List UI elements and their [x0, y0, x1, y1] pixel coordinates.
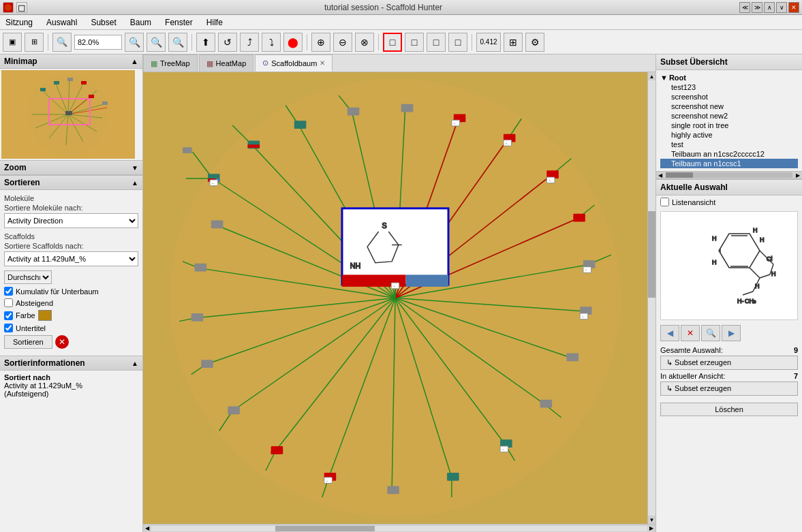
sortierinfo-collapse-icon[interactable]: ▲: [132, 360, 138, 367]
tab-heatmap[interactable]: ▦ HeatMap: [199, 54, 254, 72]
nav-delete-btn[interactable]: ✕: [681, 325, 700, 341]
scroll-up-btn[interactable]: ▲: [648, 72, 656, 80]
svg-rect-17: [40, 88, 46, 91]
scaffolds-label: Scaffolds: [4, 232, 138, 240]
tab-scaffoldbaum[interactable]: ⊙ Scaffoldbaum ✕: [255, 54, 333, 72]
sortieren-header[interactable]: Sortieren ▲: [0, 175, 142, 190]
subset-item-single-root[interactable]: single root in tree: [660, 121, 798, 130]
svg-rect-83: [567, 353, 579, 361]
zoom-fit-btn[interactable]: 🔍: [52, 33, 72, 52]
zoom-out-btn[interactable]: 🔍: [125, 33, 144, 52]
nav-zoom-btn[interactable]: 🔍: [701, 325, 720, 341]
svg-rect-18: [54, 81, 59, 84]
tool-rect4[interactable]: □: [448, 33, 467, 52]
tool-6[interactable]: ⊕: [311, 33, 330, 52]
scroll-up[interactable]: ∧: [764, 2, 775, 13]
nav-fwd[interactable]: ≫: [752, 2, 762, 13]
menu-baum[interactable]: Baum: [127, 16, 154, 29]
grid-btn[interactable]: ⊞: [504, 33, 523, 52]
sortierinfo-header[interactable]: Sortierinformationen ▲: [0, 356, 142, 371]
scroll-right-btn[interactable]: ▶: [647, 525, 656, 532]
tool-3[interactable]: ⤴: [240, 33, 259, 52]
svg-rect-102: [452, 120, 460, 126]
zoom-in-btn[interactable]: 🔍: [146, 33, 166, 52]
subset-item-teilbaum2[interactable]: Teilbaum an n1ccsc1: [660, 159, 798, 168]
view-grid-btn[interactable]: ⊞: [25, 33, 44, 52]
horizontal-scrollbar[interactable]: ◀ ▶: [143, 524, 656, 532]
svg-rect-19: [67, 78, 73, 81]
subset-item-teilbaum1[interactable]: Teilbaum an n1csc2ccccc12: [660, 149, 798, 159]
avg-select[interactable]: Durchschnitt: [4, 270, 52, 284]
sortieren-collapse-icon[interactable]: ▲: [132, 179, 138, 187]
subset-item-screenshot-new[interactable]: screenshot new: [660, 101, 798, 111]
kumulativ-checkbox[interactable]: [4, 287, 13, 296]
scroll-track[interactable]: [648, 80, 656, 516]
tool-8[interactable]: ⊗: [355, 33, 374, 52]
tabs-bar: ▦ TreeMap ▦ HeatMap ⊙ Scaffoldbaum ✕: [143, 54, 656, 72]
tool-7[interactable]: ⊖: [333, 33, 352, 52]
menu-subset[interactable]: Subset: [88, 16, 119, 29]
untertitel-checkbox[interactable]: [4, 324, 13, 332]
nav-next-btn[interactable]: ▶: [722, 325, 741, 341]
tool-2[interactable]: ↺: [218, 33, 237, 52]
menu-auswahl[interactable]: Auswahl: [44, 16, 80, 29]
loeschen-button[interactable]: Löschen: [660, 403, 798, 416]
zoom-collapse-icon[interactable]: ▼: [132, 164, 138, 172]
cancel-sortieren-button[interactable]: ✕: [55, 335, 69, 349]
sortieren-button[interactable]: Sortieren: [4, 335, 52, 349]
scaffold-sort-select[interactable]: Activity at 11.429uM_%: [4, 251, 138, 266]
subset-item-screenshot[interactable]: screenshot: [660, 92, 798, 101]
menu-hilfe[interactable]: Hilfe: [204, 16, 226, 29]
h-scroll-thumb[interactable]: [275, 526, 375, 531]
subset-item-test123[interactable]: test123: [660, 82, 798, 92]
zoom-header[interactable]: Zoom ▼: [0, 160, 142, 175]
molecule-sort-select[interactable]: Activity Direction: [4, 213, 138, 228]
tool-rect3[interactable]: □: [427, 33, 446, 52]
svg-rect-74: [294, 121, 307, 129]
view-single-btn[interactable]: ▣: [3, 33, 22, 52]
subset-erzeugen-btn-1[interactable]: ↳ Subset erzeugen: [660, 356, 798, 370]
farbe-checkbox[interactable]: [4, 311, 13, 320]
menu-sitzung[interactable]: Sitzung: [3, 16, 35, 29]
zoom-reset-btn[interactable]: 🔍: [168, 33, 187, 52]
tool-rect2[interactable]: □: [405, 33, 424, 52]
tool-1[interactable]: ⬆: [196, 33, 215, 52]
listenansicht-checkbox[interactable]: [660, 198, 669, 206]
absteigend-checkbox[interactable]: [4, 298, 13, 307]
subset-scroll-thumb[interactable]: [666, 172, 693, 178]
subset-scroll-left[interactable]: ◀: [656, 172, 664, 178]
svg-rect-87: [387, 486, 399, 494]
minimap-collapse-icon[interactable]: ▲: [131, 57, 138, 65]
scale-btn[interactable]: 0.412: [476, 33, 501, 52]
subset-item-highly-active[interactable]: highly active: [660, 130, 798, 140]
zoom-input[interactable]: 82.0%: [74, 35, 122, 50]
nav-back[interactable]: ≪: [739, 2, 750, 13]
subset-item-test[interactable]: test: [660, 140, 798, 149]
subset-scroll-right[interactable]: ▶: [794, 172, 802, 178]
svg-text:Cl: Cl: [767, 255, 773, 262]
scroll-down[interactable]: ∨: [776, 2, 787, 13]
nav-prev-btn[interactable]: ◀: [660, 325, 679, 341]
scroll-down-btn[interactable]: ▼: [648, 516, 656, 524]
scaffold-canvas[interactable]: - - - - - - - - S NH: [143, 72, 647, 524]
tool-5[interactable]: ⬤: [283, 33, 303, 52]
close-btn[interactable]: ✕: [788, 2, 799, 13]
subset-item-screenshot-new2[interactable]: screenshot new2: [660, 111, 798, 121]
subset-erzeugen-btn-2[interactable]: ↳ Subset erzeugen: [660, 381, 798, 396]
restore-btn[interactable]: ◻: [16, 2, 27, 13]
subset-scrollbar[interactable]: ◀ ▶: [656, 171, 802, 179]
scroll-thumb[interactable]: [648, 211, 656, 298]
tool-4[interactable]: ⤵: [262, 33, 281, 52]
subset-root-item[interactable]: ▼ Root: [660, 73, 798, 82]
tab-treemap[interactable]: ▦ TreeMap: [143, 54, 198, 72]
color-swatch[interactable]: [38, 310, 52, 321]
heatmap-icon: ▦: [206, 59, 213, 68]
svg-rect-21: [89, 95, 94, 98]
vertical-scrollbar[interactable]: ▲ ▼: [647, 72, 656, 524]
menu-fenster[interactable]: Fenster: [162, 16, 196, 29]
h-scroll-track[interactable]: [151, 526, 647, 531]
scroll-left-btn[interactable]: ◀: [143, 525, 151, 532]
settings-btn[interactable]: ⚙: [525, 33, 544, 52]
tool-rect1[interactable]: □: [383, 33, 402, 52]
tab-close-icon[interactable]: ✕: [320, 59, 325, 67]
